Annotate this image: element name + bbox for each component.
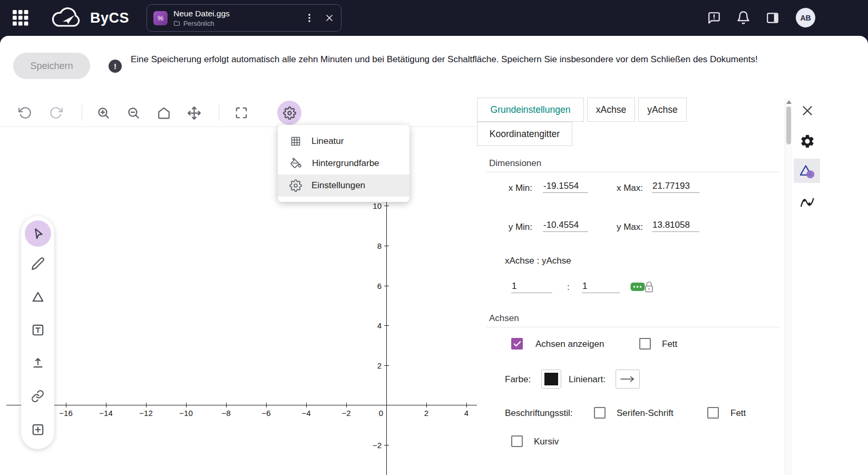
undo-button[interactable] <box>15 102 36 123</box>
line-style-button[interactable] <box>616 370 640 389</box>
tick-mark <box>346 403 347 408</box>
axis-color-swatch[interactable] <box>541 370 561 389</box>
x-tick-label: −14 <box>99 409 112 418</box>
zoom-out-button[interactable] <box>123 102 144 123</box>
dimensions-heading: Dimensionen <box>489 158 541 169</box>
tick-mark <box>146 403 147 408</box>
notifications-icon[interactable] <box>736 11 750 25</box>
pan-button[interactable] <box>183 102 204 123</box>
label-bold-checkbox[interactable] <box>707 407 719 419</box>
autosave-notice: Eine Speicherung erfolgt automatisch all… <box>131 53 768 67</box>
scrollbar-thumb[interactable] <box>786 106 791 144</box>
view-settings-button[interactable] <box>277 101 301 125</box>
tick-mark <box>384 206 389 206</box>
feedback-icon[interactable] <box>707 11 721 25</box>
tick-mark <box>226 403 227 408</box>
brand-name: ByCS <box>90 10 129 26</box>
toolbar-divider <box>82 105 82 121</box>
graphics-view-button[interactable] <box>798 162 816 180</box>
tick-mark <box>384 246 389 246</box>
italic-checkbox[interactable] <box>511 435 523 447</box>
folder-icon <box>173 20 180 27</box>
section-divider <box>486 172 779 172</box>
axes-bold-checkbox[interactable] <box>639 338 651 350</box>
tab-label: xAchse <box>596 104 626 115</box>
redo-icon <box>49 106 63 120</box>
x-tick-label: −2 <box>342 409 350 418</box>
upload-icon <box>31 356 45 370</box>
label-bold-label: Fett <box>730 408 746 419</box>
menu-item-lineatur[interactable]: Lineatur <box>278 130 409 152</box>
panel-scrollbar[interactable] <box>785 98 792 475</box>
link-tool-button[interactable] <box>21 380 54 413</box>
tick-mark <box>384 445 389 445</box>
y-tick-label: 4 <box>377 321 382 330</box>
y-max-label: y Max: <box>609 222 643 232</box>
shape-tool-button[interactable] <box>21 280 54 313</box>
select-cursor-icon <box>31 226 45 241</box>
x-tick-label: −10 <box>179 409 192 418</box>
app-screen: ByCS % Neue Datei.ggs Persönlich <box>0 0 868 475</box>
redo-button[interactable] <box>45 102 66 123</box>
y-max-input[interactable] <box>652 219 699 232</box>
axes-heading: Achsen <box>489 313 519 324</box>
function-view-button[interactable] <box>798 193 816 211</box>
tab-label: yAchse <box>647 104 677 115</box>
serif-checkbox[interactable] <box>594 407 606 419</box>
file-subtitle: Persönlich <box>183 20 214 27</box>
tab-koordinatengitter[interactable]: Koordinatengitter <box>477 122 572 146</box>
zoom-in-icon <box>96 106 110 120</box>
tab-more-icon[interactable] <box>304 12 315 24</box>
close-icon <box>801 104 814 118</box>
tab-xachse[interactable]: xAchse <box>587 98 635 122</box>
panel-close-button[interactable] <box>799 102 816 119</box>
show-axes-checkbox[interactable] <box>511 338 523 350</box>
text-tool-icon <box>31 323 45 337</box>
y-tick-label: 2 <box>377 361 382 370</box>
file-tab[interactable]: % Neue Datei.ggs Persönlich <box>147 4 342 32</box>
menu-item-hintergrundfarbe[interactable]: Hintergrundfarbe <box>278 152 409 175</box>
text-tool-button[interactable] <box>21 313 54 346</box>
arrow-line-icon <box>620 375 636 383</box>
check-icon <box>513 340 522 348</box>
menu-item-einstellungen[interactable]: Einstellungen <box>278 175 409 197</box>
paint-bucket-icon <box>289 157 303 170</box>
select-tool-button[interactable] <box>25 220 51 247</box>
y-min-input[interactable] <box>543 219 588 232</box>
tab-yachse[interactable]: yAchse <box>638 98 687 122</box>
x-tick-label: −4 <box>301 409 310 418</box>
home-view-button[interactable] <box>153 102 174 123</box>
save-button[interactable]: Speichern <box>13 53 90 79</box>
scroll-up-icon[interactable] <box>786 100 792 104</box>
tab-close-icon[interactable] <box>324 13 335 23</box>
add-element-button[interactable] <box>21 413 54 446</box>
x-max-input[interactable] <box>652 180 699 193</box>
panel-toggle-icon[interactable] <box>766 11 779 25</box>
x-min-input[interactable] <box>543 180 588 193</box>
avatar[interactable]: AB <box>796 8 815 27</box>
ratio-y-input[interactable] <box>582 280 620 293</box>
zoom-out-icon <box>126 106 140 120</box>
x-tick-label: −8 <box>221 409 230 418</box>
apps-grid-icon[interactable] <box>13 10 29 26</box>
tick-mark <box>266 403 267 408</box>
gear-icon <box>283 106 296 120</box>
tick-mark <box>306 403 307 408</box>
toolbar-divider <box>219 105 219 121</box>
fullscreen-button[interactable] <box>231 102 252 123</box>
ratio-lock-button[interactable] <box>630 279 655 294</box>
pencil-icon <box>31 257 45 270</box>
x-max-label: x Max: <box>609 183 643 193</box>
function-view-icon <box>799 194 815 210</box>
gear-icon <box>289 179 302 192</box>
zoom-in-button[interactable] <box>93 102 114 123</box>
bycs-logo[interactable]: ByCS <box>49 5 129 31</box>
line-style-label: Linienart: <box>569 374 606 385</box>
pen-tool-button[interactable] <box>21 247 54 280</box>
apps-grid-glyph <box>13 10 29 26</box>
upload-tool-button[interactable] <box>21 346 54 380</box>
y-tick-label: 8 <box>377 241 382 250</box>
tab-grundeinstellungen[interactable]: Grundeinstellungen <box>477 98 584 122</box>
ratio-x-input[interactable] <box>511 280 552 293</box>
settings-view-button[interactable] <box>798 132 817 151</box>
